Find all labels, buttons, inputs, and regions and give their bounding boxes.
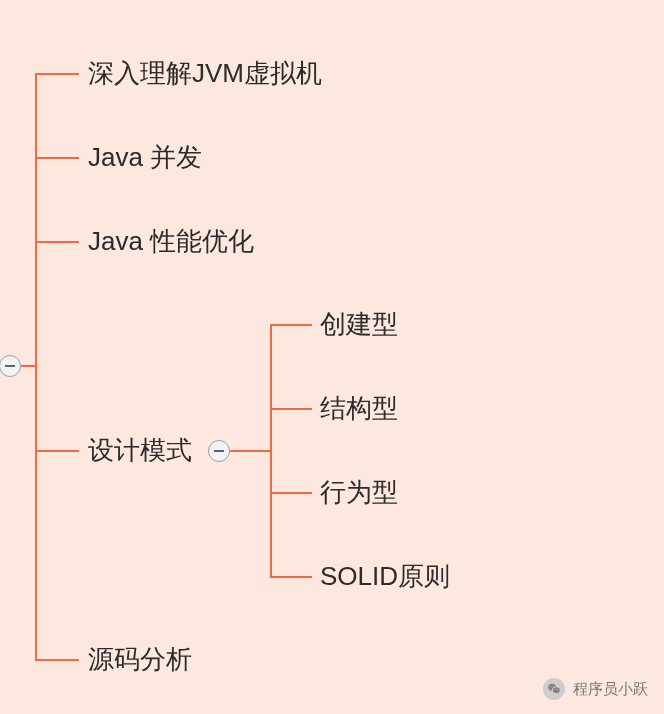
l2-stub [230, 450, 270, 452]
l2-2-connector [270, 492, 312, 494]
trunk-vertical [35, 73, 37, 661]
l1-4-connector [35, 659, 79, 661]
l1-node-source-analysis[interactable]: 源码分析 [88, 646, 192, 672]
l1-2-connector [35, 241, 79, 243]
l2-node-solid[interactable]: SOLID原则 [320, 563, 450, 589]
l1-1-connector [35, 157, 79, 159]
watermark: 程序员小跃 [543, 678, 648, 700]
l1-0-connector [35, 73, 79, 75]
l1-node-jvm[interactable]: 深入理解JVM虚拟机 [88, 60, 322, 86]
l2-1-connector [270, 408, 312, 410]
l1-3-connector [35, 450, 79, 452]
watermark-text: 程序员小跃 [573, 680, 648, 699]
l2-node-structural[interactable]: 结构型 [320, 395, 398, 421]
l2-trunk-vertical [270, 324, 272, 576]
design-patterns-collapse-button[interactable] [208, 440, 230, 462]
wechat-icon [543, 678, 565, 700]
l2-0-connector [270, 324, 312, 326]
root-collapse-button[interactable] [0, 355, 21, 377]
trunk-stub [21, 365, 36, 367]
l2-node-behavioral[interactable]: 行为型 [320, 479, 398, 505]
l1-node-design-patterns[interactable]: 设计模式 [88, 437, 192, 463]
l2-node-creational[interactable]: 创建型 [320, 311, 398, 337]
mindmap-canvas: 深入理解JVM虚拟机 Java 并发 Java 性能优化 设计模式 创建型 结构… [0, 0, 664, 714]
l1-node-concurrency[interactable]: Java 并发 [88, 144, 202, 170]
l2-3-connector [270, 576, 312, 578]
l1-node-performance[interactable]: Java 性能优化 [88, 228, 254, 254]
